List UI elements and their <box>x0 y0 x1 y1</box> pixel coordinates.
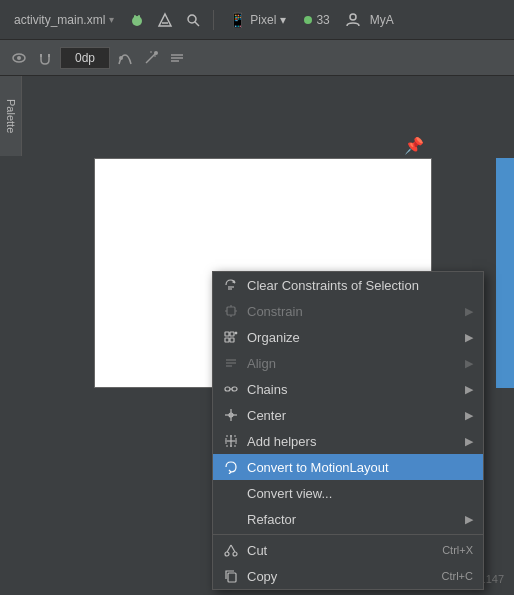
wand-icon[interactable] <box>140 47 162 69</box>
menu-item-convert-motion[interactable]: Convert to MotionLayout <box>213 454 483 480</box>
context-menu: Clear Constraints of Selection Constrain… <box>212 271 484 590</box>
constrain-arrow: ▶ <box>465 305 473 318</box>
svg-rect-27 <box>225 332 229 336</box>
menu-item-refactor[interactable]: Refactor ▶ <box>213 506 483 532</box>
api-selector[interactable]: 33 <box>298 11 335 29</box>
copy-icon <box>223 568 239 584</box>
svg-rect-2 <box>138 15 140 18</box>
menu-item-add-helpers[interactable]: Add helpers ▶ <box>213 428 483 454</box>
chains-arrow: ▶ <box>465 383 473 396</box>
pixel-label: Pixel <box>250 13 276 27</box>
align-arrow: ▶ <box>465 357 473 370</box>
api-dot <box>304 16 312 24</box>
refactor-label: Refactor <box>247 512 457 527</box>
svg-marker-3 <box>159 14 171 26</box>
pixel-chevron: ▾ <box>280 13 286 27</box>
pin-icon: 📌 <box>404 136 424 155</box>
api-level: 33 <box>316 13 329 27</box>
top-toolbar: activity_main.xml ▾ 📱 Pixel ▾ 33 <box>0 0 514 40</box>
svg-rect-22 <box>227 307 235 315</box>
svg-line-6 <box>195 22 199 26</box>
menu-item-convert-view[interactable]: Convert view... <box>213 480 483 506</box>
menu-item-cut[interactable]: Cut Ctrl+X <box>213 537 483 563</box>
svg-point-0 <box>132 16 142 26</box>
chains-icon <box>223 381 239 397</box>
menu-item-copy[interactable]: Copy Ctrl+C <box>213 563 483 589</box>
svg-point-14 <box>154 51 158 55</box>
add-helpers-label: Add helpers <box>247 434 457 449</box>
copy-shortcut: Ctrl+C <box>442 570 473 582</box>
svg-point-7 <box>350 14 356 20</box>
svg-point-12 <box>119 56 123 60</box>
cut-label: Cut <box>247 543 434 558</box>
organize-icon <box>223 329 239 345</box>
menu-item-align: Align ▶ <box>213 350 483 376</box>
cut-shortcut: Ctrl+X <box>442 544 473 556</box>
eye-icon[interactable] <box>8 47 30 69</box>
svg-point-45 <box>225 552 229 556</box>
svg-rect-49 <box>228 573 236 582</box>
second-toolbar <box>0 40 514 76</box>
blue-panel <box>496 158 514 388</box>
profile-icon[interactable] <box>342 9 364 31</box>
add-helpers-arrow: ▶ <box>465 435 473 448</box>
path-icon[interactable] <box>114 47 136 69</box>
clear-constraints-label: Clear Constraints of Selection <box>247 278 473 293</box>
svg-point-46 <box>233 552 237 556</box>
dp-input[interactable] <box>60 47 110 69</box>
constrain-label: Constrain <box>247 304 457 319</box>
svg-rect-1 <box>134 15 136 18</box>
menu-item-chains[interactable]: Chains ▶ <box>213 376 483 402</box>
svg-rect-36 <box>225 387 230 391</box>
svg-rect-29 <box>225 338 229 342</box>
clear-constraints-icon <box>223 277 239 293</box>
pixel-selector[interactable]: 📱 Pixel ▾ <box>223 10 292 30</box>
svg-rect-30 <box>230 338 234 342</box>
copy-label: Copy <box>247 569 434 584</box>
svg-line-13 <box>146 53 156 63</box>
menu-item-constrain: Constrain ▶ <box>213 298 483 324</box>
svg-rect-37 <box>232 387 237 391</box>
convert-motion-label: Convert to MotionLayout <box>247 460 473 475</box>
svg-point-5 <box>188 15 196 23</box>
add-helpers-icon <box>223 433 239 449</box>
main-area: 📌 Clear Constraints of Selection <box>22 76 514 595</box>
magnet-icon[interactable] <box>34 47 56 69</box>
convert-motion-icon <box>223 459 239 475</box>
file-tab[interactable]: activity_main.xml ▾ <box>8 11 120 29</box>
organize-label: Organize <box>247 330 457 345</box>
center-label: Center <box>247 408 457 423</box>
center-icon <box>223 407 239 423</box>
convert-view-label: Convert view... <box>247 486 473 501</box>
refactor-arrow: ▶ <box>465 513 473 526</box>
constrain-icon <box>223 303 239 319</box>
align-label: Align <box>247 356 457 371</box>
organize-arrow: ▶ <box>465 331 473 344</box>
cut-icon <box>223 542 239 558</box>
svg-line-48 <box>231 545 235 552</box>
align-menu-icon <box>223 355 239 371</box>
center-arrow: ▶ <box>465 409 473 422</box>
android-icon[interactable] <box>126 9 148 31</box>
align-icon[interactable] <box>166 47 188 69</box>
search-icon[interactable] <box>182 9 204 31</box>
design-tool-icon[interactable] <box>154 9 176 31</box>
svg-rect-28 <box>230 332 234 336</box>
myapp-label: MyA <box>370 13 394 27</box>
menu-separator <box>213 534 483 535</box>
menu-item-organize[interactable]: Organize ▶ <box>213 324 483 350</box>
file-chevron: ▾ <box>109 14 114 25</box>
separator-1 <box>213 10 214 30</box>
file-label: activity_main.xml <box>14 13 105 27</box>
palette-tab[interactable]: Palette <box>0 76 22 156</box>
svg-line-47 <box>227 545 231 552</box>
phone-icon: 📱 <box>229 12 246 28</box>
svg-point-9 <box>17 56 21 60</box>
menu-item-center[interactable]: Center ▶ <box>213 402 483 428</box>
chains-label: Chains <box>247 382 457 397</box>
menu-item-clear-constraints[interactable]: Clear Constraints of Selection <box>213 272 483 298</box>
